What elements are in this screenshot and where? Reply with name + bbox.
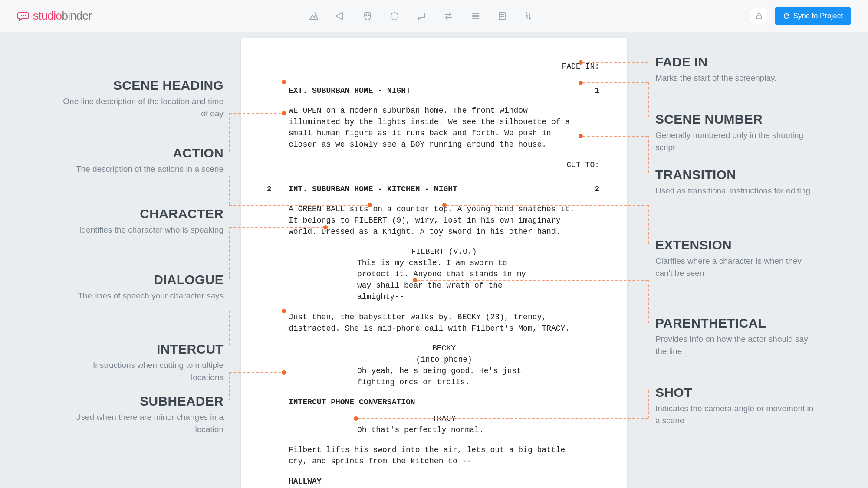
callout-desc: Generally numbered only in the shooting …	[655, 129, 820, 153]
leader	[648, 136, 649, 173]
callout-title: SHOT	[655, 385, 820, 400]
sync-label: Sync to Project	[793, 12, 843, 20]
dialogue-3: Oh that's perfectly normal.	[357, 424, 531, 436]
callout-title: ACTION	[59, 146, 224, 160]
svg-point-1	[23, 15, 24, 16]
scene-heading-2-text: INT. SUBURBAN HOME - KITCHEN - NIGHT	[289, 185, 457, 193]
callout-title: SUBHEADER	[59, 394, 224, 409]
action-1: WE OPEN on a modern suburban home. The f…	[289, 105, 584, 150]
svg-rect-16	[756, 16, 761, 19]
callout-desc: Identifies the character who is speaking	[59, 224, 224, 236]
svg-point-5	[368, 15, 369, 16]
subheader-hallway: HALLWAY	[289, 476, 599, 487]
leader	[229, 113, 281, 114]
callout-desc: Used as transitional instructions for ed…	[655, 185, 820, 197]
dot	[354, 416, 358, 421]
callout-desc: Indicates the camera angle or movement i…	[655, 403, 820, 426]
leader	[229, 176, 230, 205]
callout-desc: Provides info on how the actor should sa…	[655, 333, 820, 357]
leader	[583, 62, 648, 63]
callout-title: INTERCUT	[59, 342, 224, 357]
intercut: INTERCUT PHONE CONVERSATION	[289, 396, 599, 408]
scene-num-1-right: 1	[595, 85, 599, 96]
svg-rect-11	[499, 13, 505, 20]
callout-desc: Used when there are minor changes in a l…	[59, 411, 224, 435]
toolbar: studiobinder 12 Sync to Project	[0, 0, 868, 32]
svg-point-3	[315, 12, 316, 13]
megaphone-icon[interactable]	[335, 11, 346, 21]
dot	[282, 370, 286, 375]
mask-icon[interactable]	[362, 11, 373, 21]
dot	[323, 225, 328, 229]
svg-text:2: 2	[526, 16, 528, 21]
scene-heading-2: 2 INT. SUBURBAN HOME - KITCHEN - NIGHT 2	[289, 183, 599, 195]
callout-intercut: INTERCUT Instructions when cutting to mu…	[59, 342, 224, 383]
dot	[282, 111, 286, 115]
leader	[358, 418, 648, 419]
callout-desc: Clarifies where a character is when they…	[655, 255, 820, 279]
callout-title: TRANSITION	[655, 167, 820, 182]
callout-title: FADE IN	[655, 55, 820, 69]
refresh-icon	[783, 13, 790, 20]
leader	[648, 82, 649, 117]
leader	[648, 280, 649, 323]
toolbar-center: 12	[92, 11, 751, 21]
leader	[648, 390, 649, 418]
leader	[229, 227, 323, 228]
mountain-icon[interactable]	[309, 11, 319, 21]
callout-title: PARENTHETICAL	[655, 316, 820, 331]
circle-dashed-icon[interactable]	[389, 11, 400, 21]
lock-button[interactable]	[751, 8, 767, 24]
svg-point-6	[391, 13, 398, 20]
chat-icon[interactable]	[416, 11, 427, 21]
numbers-icon[interactable]: 12	[524, 11, 534, 21]
callout-transition: TRANSITION Used as transitional instruct…	[655, 167, 820, 197]
character-filbert: FILBERT (V.O.)	[357, 246, 531, 257]
svg-point-0	[21, 15, 22, 16]
callout-action: ACTION The description of the actions in…	[59, 146, 224, 175]
dot	[579, 81, 583, 85]
dot	[282, 309, 286, 313]
leader	[229, 82, 281, 82]
action-2b: Just then, the babysitter walks by. BECK…	[289, 311, 584, 334]
leader	[583, 82, 648, 83]
script-page: FADE IN: EXT. SUBURBAN HOME - NIGHT 1 WE…	[241, 38, 627, 488]
callout-parenthetical: PARENTHETICAL Provides info on how the a…	[655, 316, 820, 357]
callout-subheader: SUBHEADER Used when there are minor chan…	[59, 394, 224, 435]
leader	[229, 311, 230, 345]
action-2a: A GREEN BALL sits on a counter top. A yo…	[289, 203, 584, 237]
leader	[229, 311, 281, 311]
callout-title: DIALOGUE	[59, 272, 224, 287]
callout-title: SCENE NUMBER	[655, 112, 820, 127]
note-icon[interactable]	[497, 11, 507, 21]
toolbar-right: Sync to Project	[751, 7, 851, 25]
sync-button[interactable]: Sync to Project	[775, 7, 851, 25]
logo[interactable]: studiobinder	[17, 9, 92, 23]
fade-in: FADE IN:	[289, 61, 599, 72]
logo-icon	[17, 11, 30, 21]
swap-icon[interactable]	[443, 11, 454, 21]
callout-title: SCENE HEADING	[59, 78, 224, 93]
leader	[229, 113, 230, 152]
callout-fade-in: FADE IN Marks the start of the screenpla…	[655, 55, 820, 84]
callout-desc: The lines of speech your character says	[59, 290, 224, 302]
callout-desc: Instructions when cutting to multiple lo…	[59, 359, 224, 383]
callout-desc: The description of the actions in a scen…	[59, 163, 224, 175]
callout-desc: One line description of the location and…	[59, 95, 224, 119]
callout-title: CHARACTER	[59, 206, 224, 221]
svg-point-4	[366, 15, 367, 16]
leader	[417, 280, 648, 281]
leader	[583, 136, 648, 137]
callout-shot: SHOT Indicates the camera angle or movem…	[655, 385, 820, 426]
callout-scene-number: SCENE NUMBER Generally numbered only in …	[655, 112, 820, 153]
scene-heading-1-text: EXT. SUBURBAN HOME - NIGHT	[289, 86, 411, 95]
leader	[229, 372, 281, 373]
callout-scene-heading: SCENE HEADING One line description of th…	[59, 78, 224, 119]
leader	[229, 372, 230, 400]
logo-text: studiobinder	[33, 9, 92, 23]
lines-icon[interactable]	[470, 11, 480, 21]
callout-desc: Marks the start of the screenplay.	[655, 72, 820, 84]
parenthetical-1: (into phone)	[357, 354, 531, 365]
callout-character: CHARACTER Identifies the character who i…	[59, 206, 224, 236]
character-becky: BECKY	[357, 343, 531, 354]
